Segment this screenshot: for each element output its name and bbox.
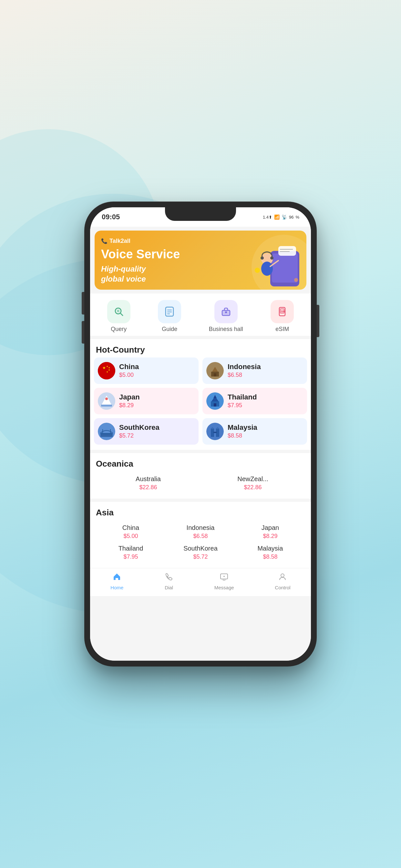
thailand-info: Thailand $7.95 (227, 393, 303, 409)
australia-price: $22.86 (97, 484, 199, 491)
hot-country-title: Hot-Country (90, 339, 311, 358)
svg-point-41 (105, 398, 108, 400)
malaysia-name: Malaysia (227, 423, 303, 432)
phone-screen: 09:05 1.4⬆ 📶 📡 96 % 📞 Talk2all V (90, 207, 311, 661)
thailand-avatar (206, 392, 224, 410)
nav-dial[interactable]: Dial (164, 572, 174, 590)
country-card-japan[interactable]: Japan $8.29 (94, 388, 198, 414)
business-icon (214, 300, 238, 323)
malaysia-info: Malaysia $8.58 (227, 423, 303, 439)
svg-point-21 (225, 311, 227, 313)
svg-point-61 (281, 574, 284, 577)
phone-body: 09:05 1.4⬆ 📶 📡 96 % 📞 Talk2all V (84, 202, 317, 666)
signal-icon: 📡 (281, 214, 287, 220)
svg-point-52 (206, 423, 224, 440)
oceanica-item-newzealand[interactable]: NewZeal... $22.86 (201, 473, 305, 493)
guide-label: Guide (162, 326, 177, 333)
asia-item-korea[interactable]: SouthKorea $5.72 (166, 542, 235, 563)
svg-text:★: ★ (108, 367, 110, 369)
asia-item-indonesia[interactable]: Indonesia $6.58 (166, 522, 235, 542)
svg-rect-51 (100, 434, 113, 437)
asia-japan-price: $8.29 (237, 533, 304, 539)
nav-home[interactable]: Home (111, 572, 123, 590)
hot-country-grid: ★ ★ ★ ★ ★ China $5.00 (90, 358, 311, 450)
newzealand-price: $22.86 (202, 484, 304, 491)
asia-item-japan[interactable]: Japan $8.29 (235, 522, 305, 542)
battery-indicator: % (296, 215, 299, 220)
asia-item-china[interactable]: China $5.00 (96, 522, 166, 542)
quick-action-business[interactable]: Business hall (209, 300, 243, 333)
country-card-korea[interactable]: SouthKorea $5.72 (94, 418, 198, 445)
oceanica-item-australia[interactable]: Australia $22.86 (96, 473, 201, 493)
indonesia-avatar (206, 362, 224, 379)
svg-point-5 (270, 256, 274, 259)
indonesia-info: Indonesia $6.58 (227, 363, 303, 378)
china-avatar: ★ ★ ★ ★ ★ (98, 362, 115, 379)
asia-section: Asia China $5.00 Indonesia $6.58 Japan $ (90, 502, 311, 568)
query-icon (107, 300, 130, 323)
message-label: Message (214, 585, 234, 590)
quick-actions: Query Guide (90, 293, 311, 336)
svg-point-13 (117, 310, 120, 312)
phone-logo-icon: 📞 (101, 238, 107, 244)
nav-control[interactable]: Control (275, 572, 290, 590)
quick-action-guide[interactable]: Guide (158, 300, 181, 333)
svg-point-10 (255, 268, 260, 273)
korea-info: SouthKorea $5.72 (119, 423, 195, 439)
malaysia-price: $8.58 (227, 432, 303, 439)
control-icon (278, 572, 287, 584)
asia-thailand-price: $7.95 (97, 554, 164, 560)
power-button (317, 305, 319, 337)
svg-point-3 (261, 261, 273, 276)
svg-point-59 (223, 576, 225, 577)
country-card-indonesia[interactable]: Indonesia $6.58 (203, 358, 307, 384)
status-time: 09:05 (102, 213, 120, 221)
notch (165, 207, 236, 221)
wifi-icon: 📶 (274, 214, 280, 220)
status-icons: 1.4⬆ 📶 📡 96 % (263, 214, 299, 220)
korea-avatar (98, 423, 115, 440)
indonesia-price: $6.58 (227, 372, 303, 378)
asia-malaysia-price: $8.58 (237, 554, 304, 560)
svg-rect-60 (223, 579, 225, 580)
asia-title: Asia (90, 502, 311, 520)
asia-malaysia-name: Malaysia (237, 545, 304, 552)
control-label: Control (275, 585, 290, 590)
asia-korea-price: $5.72 (167, 554, 234, 560)
svg-rect-56 (212, 427, 213, 429)
status-bar: 09:05 1.4⬆ 📶 📡 96 % (90, 207, 311, 227)
china-price: $5.00 (119, 372, 195, 378)
asia-item-malaysia[interactable]: Malaysia $8.58 (235, 542, 305, 563)
svg-rect-48 (100, 433, 113, 434)
indonesia-name: Indonesia (227, 363, 303, 371)
message-icon (220, 572, 228, 584)
korea-name: SouthKorea (119, 423, 195, 432)
quick-action-query[interactable]: Query (107, 300, 130, 333)
oceanica-title: Oceanica (90, 453, 311, 471)
banner[interactable]: 📞 Talk2all Voice Service High-qualityglo… (95, 230, 306, 290)
country-card-malaysia[interactable]: Malaysia $8.58 (203, 418, 307, 445)
oceanica-section: Oceanica Australia $22.86 NewZeal... $22… (90, 453, 311, 499)
svg-rect-36 (214, 373, 216, 376)
svg-point-4 (260, 256, 264, 259)
country-card-thailand[interactable]: Thailand $7.95 (203, 388, 307, 414)
australia-name: Australia (97, 475, 199, 483)
app-content: 📞 Talk2all Voice Service High-qualityglo… (90, 227, 311, 661)
svg-rect-57 (217, 427, 219, 429)
hot-country-section: Hot-Country ★ ★ ★ ★ ★ (90, 339, 311, 450)
svg-line-14 (120, 313, 123, 315)
japan-avatar (98, 392, 115, 410)
malaysia-avatar (206, 423, 224, 440)
query-label: Query (111, 326, 127, 333)
asia-indonesia-price: $6.58 (167, 533, 234, 539)
asia-item-thailand[interactable]: Thailand $7.95 (96, 542, 166, 563)
china-name: China (119, 363, 195, 371)
country-card-china[interactable]: ★ ★ ★ ★ ★ China $5.00 (94, 358, 198, 384)
china-info: China $5.00 (119, 363, 195, 378)
japan-name: Japan (119, 393, 195, 401)
svg-text:★: ★ (102, 366, 106, 370)
japan-info: Japan $8.29 (119, 393, 195, 409)
battery-icon: 96 (289, 215, 294, 220)
quick-action-esim[interactable]: SIM eSIM (271, 300, 294, 333)
nav-message[interactable]: Message (214, 572, 234, 590)
